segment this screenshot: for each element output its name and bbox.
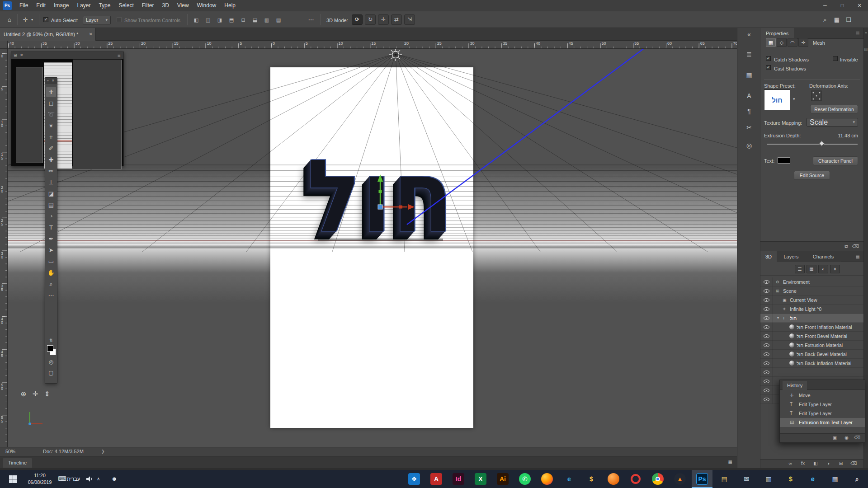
deform-section-icon[interactable]: ◇ bbox=[777, 38, 787, 47]
panel-menu-icon[interactable]: ≣ bbox=[855, 30, 860, 37]
align-bottom-icon[interactable]: ⬓ bbox=[250, 16, 259, 23]
photoshop-app[interactable]: Ps bbox=[692, 470, 712, 488]
pen-tool[interactable]: ✒ bbox=[46, 234, 56, 244]
eraser-tool[interactable]: ◪ bbox=[46, 188, 56, 199]
clone-stamp-tool[interactable]: ⊥ bbox=[46, 177, 56, 188]
brush-tool[interactable]: ✏ bbox=[46, 166, 56, 176]
auto-select-checkbox[interactable]: ✓ bbox=[43, 17, 48, 22]
collapse-toolbox-icon[interactable]: » bbox=[47, 79, 49, 83]
move-tool-preset-icon[interactable]: ✛ bbox=[21, 15, 30, 24]
volume-icon[interactable] bbox=[86, 476, 93, 482]
texture-mapping-dropdown[interactable]: Scale ▾ bbox=[807, 118, 858, 127]
more-options-icon[interactable]: ⋯ bbox=[307, 15, 316, 24]
quick-mask-icon[interactable]: ◎ bbox=[46, 359, 56, 365]
start-button[interactable] bbox=[9, 475, 17, 483]
show-hidden-icons-caret[interactable]: ∧ bbox=[97, 475, 100, 483]
tab-3d[interactable]: 3D bbox=[760, 251, 777, 262]
shape-preset-caret-icon[interactable]: ▾ bbox=[793, 97, 795, 101]
excel-app[interactable]: X bbox=[470, 470, 491, 488]
menu-item-3d[interactable]: 3D bbox=[158, 0, 173, 11]
orbit-camera-icon[interactable]: ⊕ bbox=[19, 390, 28, 398]
close-document-icon[interactable]: ✕ bbox=[89, 28, 93, 41]
slide-3d-mode-icon[interactable]: ⇄ bbox=[391, 14, 402, 25]
reset-deformation-button[interactable]: Reset Deformation bbox=[810, 105, 858, 113]
3d-panel-row[interactable]: חול Extrusion Material bbox=[760, 341, 863, 350]
align-center-h-icon[interactable]: ◫ bbox=[203, 16, 212, 23]
tab-properties[interactable]: Properties bbox=[760, 28, 794, 39]
arrange-icon[interactable]: ❏ bbox=[844, 15, 854, 24]
zoom-tool[interactable]: ⌕ bbox=[46, 279, 56, 289]
secondary-view-panel[interactable]: ⊞ ✕ ≣ bbox=[11, 52, 124, 166]
document-tab[interactable]: Untitled-2 @ 50% (חול, RGB/8#) * ✕ bbox=[0, 28, 96, 41]
align-left-icon[interactable]: ◧ bbox=[192, 16, 201, 23]
3d-panel-row[interactable]: ✳Infinite Light ^0 bbox=[760, 305, 863, 314]
distribute-v-icon[interactable]: ▤ bbox=[274, 16, 283, 23]
deformation-axis-widget[interactable] bbox=[811, 90, 822, 101]
roll-3d-mode-icon[interactable]: ↻ bbox=[365, 14, 376, 25]
marquee-tool[interactable]: ◻ bbox=[46, 98, 56, 108]
maximize-button[interactable]: □ bbox=[834, 0, 851, 11]
menu-item-window[interactable]: Window bbox=[193, 0, 221, 11]
timeline-tab[interactable]: Timeline bbox=[3, 458, 32, 468]
new-doc-from-state-icon[interactable]: ▣ bbox=[833, 435, 837, 440]
language-indicator[interactable]: עברית bbox=[67, 476, 80, 482]
search-icon[interactable]: ⌕ bbox=[820, 15, 830, 24]
red-ring-app[interactable] bbox=[625, 470, 646, 488]
orbit-3d-mode-icon[interactable]: ⟳ bbox=[352, 14, 363, 25]
dolly-camera-icon[interactable]: ⇕ bbox=[43, 390, 51, 398]
filter-meshes-icon[interactable]: ▦ bbox=[807, 265, 816, 273]
mail-app[interactable]: ✉ bbox=[736, 470, 757, 488]
drag-3d-mode-icon[interactable]: ✛ bbox=[378, 14, 389, 25]
rectangle-tool[interactable]: ▭ bbox=[46, 256, 56, 267]
visibility-eye-icon[interactable] bbox=[764, 398, 769, 401]
3d-panel-row[interactable]: ▾Tחול bbox=[760, 314, 863, 323]
touch-keyboard-icon[interactable]: ⌨ bbox=[58, 475, 66, 483]
character-panel-button[interactable]: Character Panel bbox=[813, 156, 858, 165]
view-menu-icon[interactable]: ≣ bbox=[117, 52, 121, 59]
expand-caret-icon[interactable]: ▾ bbox=[777, 314, 779, 323]
adjustment-icon[interactable]: ◑ bbox=[824, 461, 833, 466]
visibility-eye-icon[interactable] bbox=[764, 343, 769, 347]
search-app[interactable]: ⌕ bbox=[847, 470, 868, 488]
dock-view-icon[interactable]: ⊞ bbox=[14, 53, 17, 57]
tab-history[interactable]: History bbox=[783, 381, 807, 390]
firefox-app[interactable] bbox=[537, 470, 557, 488]
visibility-eye-icon[interactable] bbox=[764, 380, 769, 383]
orange-app[interactable] bbox=[603, 470, 624, 488]
invisible-checkbox[interactable] bbox=[833, 56, 838, 61]
filter-scene-icon[interactable]: ☰ bbox=[795, 265, 805, 273]
link-icon[interactable]: ∞ bbox=[786, 461, 795, 466]
new-snapshot-icon[interactable]: ◉ bbox=[844, 435, 849, 440]
show-transform-controls-checkbox[interactable] bbox=[117, 17, 122, 22]
vertical-ruler[interactable]: 0510152025303540455055 bbox=[0, 49, 8, 447]
menu-item-image[interactable]: Image bbox=[50, 0, 73, 11]
people-icon[interactable]: ☻ bbox=[111, 475, 118, 483]
canvas-area[interactable]: חול ⊞ ✕ ≣ » ✕ ✛◻➰✴⌗✐✚✏⊥◪▤◔T✒➤▭✋⌕⋯ ⇅ bbox=[8, 49, 737, 447]
align-right-icon[interactable]: ◨ bbox=[215, 16, 224, 23]
paragraph-panel-icon[interactable]: ¶ bbox=[737, 108, 761, 115]
adjustments-panel-icon[interactable]: ≣ bbox=[737, 51, 761, 58]
swatches-panel-icon[interactable]: ▦ bbox=[737, 71, 761, 79]
crop-tool[interactable]: ⌗ bbox=[46, 132, 56, 142]
clone-source-panel-icon[interactable]: ◎ bbox=[737, 142, 761, 149]
blur-tool[interactable]: ◔ bbox=[46, 211, 56, 221]
shape-preset-thumbnail[interactable]: חול bbox=[764, 89, 790, 110]
visibility-eye-icon[interactable] bbox=[764, 307, 769, 311]
store-app[interactable]: ▥ bbox=[758, 470, 779, 488]
visibility-eye-icon[interactable] bbox=[764, 334, 769, 338]
menu-item-layer[interactable]: Layer bbox=[73, 0, 94, 11]
menu-item-help[interactable]: Help bbox=[220, 0, 240, 11]
menu-item-filter[interactable]: Filter bbox=[138, 0, 158, 11]
illustrator-app[interactable]: Ai bbox=[492, 470, 513, 488]
3d-panel-row[interactable]: חול Back Inflation Material bbox=[760, 359, 863, 368]
align-middle-icon[interactable]: ⊟ bbox=[239, 16, 248, 23]
calculator-app[interactable]: ▦ bbox=[825, 470, 845, 488]
scale-3d-mode-icon[interactable]: ⇲ bbox=[404, 14, 415, 25]
menu-item-type[interactable]: Type bbox=[94, 0, 114, 11]
extrusion-depth-slider[interactable] bbox=[767, 144, 858, 145]
ruler-corner[interactable] bbox=[0, 41, 8, 49]
3d-panel-row[interactable]: ⊜Environment bbox=[760, 277, 863, 286]
delete-state-icon[interactable]: ⌫ bbox=[854, 435, 860, 440]
path-selection-tool[interactable]: ➤ bbox=[46, 245, 56, 255]
edit-source-button[interactable]: Edit Source bbox=[794, 171, 830, 180]
